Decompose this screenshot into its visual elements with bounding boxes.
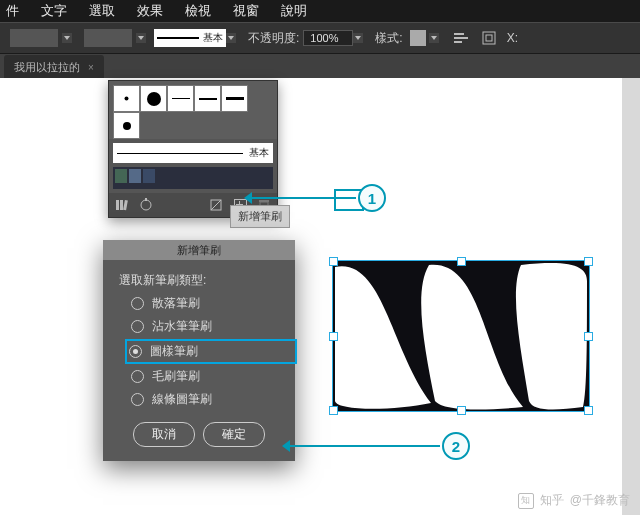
- svg-rect-2: [454, 41, 462, 43]
- brush-options-icon[interactable]: [139, 198, 153, 212]
- style-dropdown-icon[interactable]: [429, 33, 439, 43]
- svg-rect-7: [172, 98, 190, 99]
- style-swatch[interactable]: [410, 30, 426, 46]
- document-tab-bar: 我用以拉拉的 ×: [0, 54, 640, 80]
- svg-rect-9: [226, 97, 244, 100]
- annotation-badge-1: 1: [358, 184, 386, 212]
- opacity-dropdown-icon[interactable]: [353, 33, 363, 43]
- brush-type-option[interactable]: 線條圖筆刷: [131, 391, 295, 408]
- svg-point-14: [141, 200, 151, 210]
- fill-swatch[interactable]: [10, 29, 58, 47]
- brush-preview[interactable]: 基本: [154, 29, 226, 47]
- brush-swatch[interactable]: [167, 85, 194, 112]
- ok-button[interactable]: 確定: [203, 422, 265, 447]
- menu-item[interactable]: 視窗: [233, 2, 259, 20]
- svg-rect-19: [259, 200, 269, 202]
- new-brush-dialog: 新增筆刷 選取新筆刷類型: 散落筆刷 沾水筆筆刷 圖樣筆刷 毛刷筆刷 線條圖筆刷…: [103, 240, 295, 461]
- cancel-button[interactable]: 取消: [133, 422, 195, 447]
- brush-swatch[interactable]: [113, 112, 140, 139]
- remove-stroke-icon[interactable]: [209, 198, 223, 212]
- svg-point-6: [147, 92, 161, 106]
- menu-item[interactable]: 件: [6, 2, 19, 20]
- brush-basic-row[interactable]: 基本: [113, 143, 273, 163]
- brush-swatch[interactable]: [113, 85, 140, 112]
- annotation-badge-2: 2: [442, 432, 470, 460]
- brush-type-option[interactable]: 散落筆刷: [131, 295, 295, 312]
- menu-item[interactable]: 說明: [281, 2, 307, 20]
- selected-artwork[interactable]: [332, 260, 590, 412]
- library-icon[interactable]: [115, 198, 129, 212]
- right-panel-edge: [622, 78, 640, 515]
- document-tab[interactable]: 我用以拉拉的 ×: [4, 55, 104, 79]
- brush-swatch[interactable]: [194, 85, 221, 112]
- brush-swatch[interactable]: [140, 85, 167, 112]
- opacity-label: 不透明度:: [248, 30, 299, 47]
- zhihu-logo-icon: 知: [518, 493, 534, 509]
- svg-line-16: [211, 200, 221, 210]
- brush-type-option[interactable]: 沾水筆筆刷: [131, 318, 295, 335]
- close-tab-icon[interactable]: ×: [88, 62, 94, 73]
- annotation-pointer-2: [290, 445, 440, 447]
- x-label: X:: [507, 31, 518, 45]
- stroke-swatch[interactable]: [84, 29, 132, 47]
- watermark: 知 知乎 @千鋒教育: [518, 492, 630, 509]
- menu-item[interactable]: 選取: [89, 2, 115, 20]
- brush-type-option-selected[interactable]: 圖樣筆刷: [127, 341, 295, 362]
- svg-rect-13: [123, 200, 128, 210]
- svg-rect-0: [454, 33, 464, 35]
- new-brush-tooltip: 新增筆刷: [230, 205, 290, 228]
- brush-type-option[interactable]: 毛刷筆刷: [131, 368, 295, 385]
- menu-item[interactable]: 文字: [41, 2, 67, 20]
- svg-rect-3: [483, 32, 495, 44]
- menu-bar: 件 文字 選取 效果 檢視 視窗 說明: [0, 0, 640, 22]
- svg-point-5: [125, 97, 129, 101]
- dialog-section-label: 選取新筆刷類型:: [119, 272, 295, 289]
- opacity-value[interactable]: 100%: [303, 30, 353, 46]
- svg-rect-4: [486, 35, 492, 41]
- align-icon[interactable]: [453, 30, 469, 46]
- transform-icon[interactable]: [481, 30, 497, 46]
- control-bar: 基本 不透明度: 100% 樣式: X:: [0, 22, 640, 54]
- menu-item[interactable]: 檢視: [185, 2, 211, 20]
- svg-rect-8: [199, 98, 217, 100]
- svg-point-10: [123, 122, 131, 130]
- svg-rect-11: [116, 200, 119, 210]
- stroke-dropdown-icon[interactable]: [136, 33, 146, 43]
- svg-rect-15: [145, 198, 147, 201]
- svg-rect-1: [454, 37, 468, 39]
- brush-library-row[interactable]: [113, 167, 273, 189]
- dialog-title: 新增筆刷: [103, 240, 295, 260]
- svg-rect-12: [120, 200, 123, 210]
- fill-dropdown-icon[interactable]: [62, 33, 72, 43]
- style-label: 樣式:: [375, 30, 402, 47]
- menu-item[interactable]: 效果: [137, 2, 163, 20]
- brush-dropdown-icon[interactable]: [226, 33, 236, 43]
- brush-swatch[interactable]: [221, 85, 248, 112]
- tab-label: 我用以拉拉的: [14, 60, 80, 75]
- annotation-pointer-1: [252, 197, 356, 199]
